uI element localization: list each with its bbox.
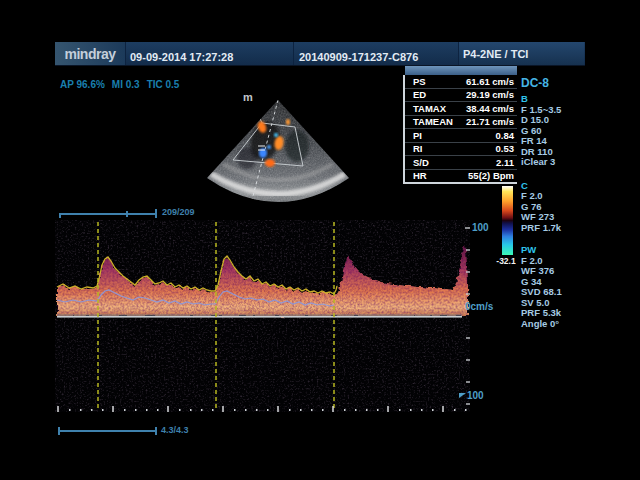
title-bar: mindray 09-09-2014 17:27:28 20140909-171…: [55, 42, 585, 66]
cine-progress-marker[interactable]: [126, 211, 128, 217]
velocity-scale-bottom: 100: [459, 390, 484, 401]
mi-label: MI 0.3: [112, 79, 140, 90]
param-c-frequency: F 2.0: [521, 191, 585, 202]
cine-progress-start-cap: [59, 213, 61, 218]
datetime-section: 09-09-2014 17:27:28: [125, 42, 293, 65]
cine-time-counter: 4.3/4.3: [161, 425, 189, 435]
imaging-params-sidebar: DC-8 B F 1.5~3.5 D 15.0 G 60 FR 14 DR 11…: [521, 77, 585, 329]
machine-model: DC-8: [521, 77, 585, 90]
brand-logo: mindray: [55, 42, 125, 65]
cine-time-bar[interactable]: [59, 430, 156, 432]
pw-spectral-display[interactable]: [55, 220, 470, 412]
exam-id-label: 20140909-171237-C876: [299, 51, 418, 63]
cine-frame-counter: 209/209: [162, 207, 195, 217]
result-row-sd: S/D2.11: [405, 156, 517, 170]
brand-logo-text: mindray: [65, 46, 116, 62]
param-pw-prf: PRF 5.3k: [521, 308, 585, 319]
color-scale-bar: [502, 186, 513, 255]
param-b-depth: D 15.0: [521, 115, 585, 126]
results-panel-header: [405, 66, 517, 75]
tic-label: TIC 0.5: [147, 79, 180, 90]
acoustic-output-status: AP 96.6%MI 0.3TIC 0.5: [60, 79, 186, 90]
result-row-hr: HR55(2) Bpm: [405, 170, 517, 183]
acoustic-power-label: AP 96.6%: [60, 79, 105, 90]
results-panel-body: PS61.61 cm/s ED29.19 cm/s TAMAX38.44 cm/…: [403, 75, 517, 184]
probe-preset-label: P4-2NE / TCI: [463, 48, 528, 60]
color-scale-min-label: -32.1: [487, 256, 525, 266]
param-pw-angle: Angle 0°: [521, 319, 585, 330]
cine-time-end-cap: [155, 427, 157, 435]
velocity-scale-top: 100: [472, 222, 489, 233]
param-c-prf: PRF 1.7k: [521, 223, 585, 234]
param-pw-wall-filter: WF 376: [521, 266, 585, 277]
param-b-iclear: iClear 3: [521, 157, 585, 168]
bmode-sector-display[interactable]: [203, 86, 388, 208]
probe-preset-tab[interactable]: P4-2NE / TCI: [458, 42, 584, 65]
cine-progress-end-cap: [155, 209, 157, 218]
result-row-ri: RI0.53: [405, 143, 517, 157]
datetime-label: 09-09-2014 17:27:28: [130, 51, 233, 63]
exam-id-section: 20140909-171237-C876: [293, 42, 458, 65]
bmode-header: B: [521, 94, 585, 105]
cine-time-start-cap: [58, 427, 60, 435]
param-b-framerate: FR 14: [521, 136, 585, 147]
velocity-scale-baseline: 0cm/s: [465, 301, 493, 312]
pw-mode-header: PW: [521, 245, 585, 256]
measurement-results-panel: PS61.61 cm/s ED29.19 cm/s TAMAX38.44 cm/…: [403, 66, 517, 184]
result-row-ps: PS61.61 cm/s: [405, 75, 517, 89]
param-c-wall-filter: WF 273: [521, 212, 585, 223]
probe-orientation-marker: m: [243, 91, 253, 103]
result-row-pi: PI0.84: [405, 129, 517, 143]
baseline-shift-icon: [459, 393, 466, 398]
cine-progress-bar[interactable]: [59, 213, 156, 215]
param-pw-sample-volume-depth: SVD 68.1: [521, 287, 585, 298]
result-row-tamax: TAMAX38.44 cm/s: [405, 102, 517, 116]
result-row-tamean: TAMEAN21.71 cm/s: [405, 116, 517, 130]
result-row-ed: ED29.19 cm/s: [405, 89, 517, 103]
